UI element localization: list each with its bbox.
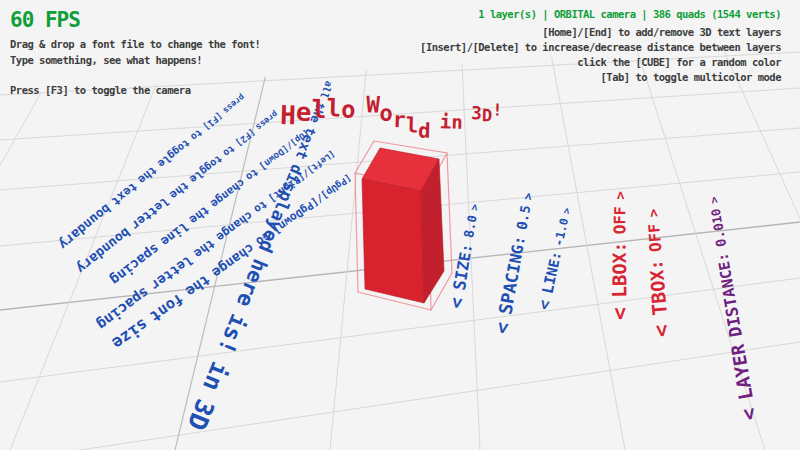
camera-toggle-hint: Press [F3] to toggle the camera [10,84,190,96]
layer-distance-hint: [Insert]/[Delete] to increase/decrease d… [420,41,781,53]
cube-color-hint: click the [CUBE] for a random color [577,56,781,68]
fps-counter: 60 FPS [10,8,80,32]
cube-faces [362,148,444,303]
type-hint: Type something, see what happens! [10,54,202,66]
layers-hint: [Home]/[End] to add/remove 3D text layer… [542,26,781,38]
render-status: 1 layer(s) | ORBITAL camera | 386 quads … [478,8,781,20]
hello-world-3d-text: Hello World in 3D! [280,90,502,123]
drag-drop-hint: Drag & drop a font file to change the fo… [10,38,260,50]
multicolor-hint: [Tab] to toggle multicolor mode [601,71,781,83]
font-demo-viewport[interactable]: press [F1] to toggle the text boundary p… [0,0,800,450]
